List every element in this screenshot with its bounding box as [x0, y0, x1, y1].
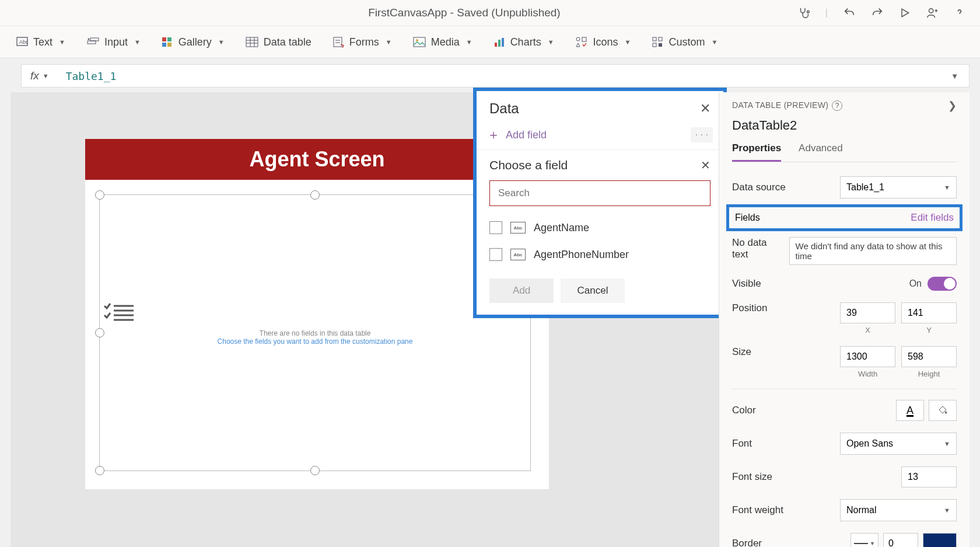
empty-text-link[interactable]: Choose the fields you want to add from t… — [100, 337, 530, 346]
size-width-input[interactable] — [840, 346, 895, 367]
label-visible: Visible — [732, 278, 761, 290]
field-label: AgentPhoneNumber — [534, 249, 629, 261]
fill-color-button[interactable] — [929, 400, 957, 421]
svg-rect-7 — [162, 37, 166, 41]
ribbon-input[interactable]: Input▼ — [86, 36, 141, 48]
label-border: Border — [732, 538, 762, 547]
stethoscope-icon[interactable] — [797, 6, 810, 19]
svg-rect-10 — [167, 43, 172, 47]
field-list: Abc AgentName Abc AgentPhoneNumber — [477, 210, 723, 278]
svg-rect-5 — [90, 38, 99, 41]
search-input[interactable] — [498, 187, 702, 199]
position-y-input[interactable] — [901, 302, 957, 323]
edit-fields-link[interactable]: Edit fields — [911, 212, 954, 224]
text-icon: Abc — [16, 37, 28, 47]
resize-handle[interactable] — [310, 190, 320, 200]
search-field-box[interactable] — [489, 180, 710, 206]
cancel-button[interactable]: Cancel — [561, 278, 625, 303]
play-icon[interactable] — [899, 7, 911, 19]
add-field-button[interactable]: ＋ Add field — [487, 126, 547, 144]
position-x-input[interactable] — [840, 302, 895, 323]
tab-advanced[interactable]: Advanced — [799, 138, 843, 162]
svg-point-6 — [88, 39, 89, 40]
chevron-right-icon[interactable]: ❯ — [948, 99, 957, 112]
font-color-button[interactable]: A — [896, 400, 924, 421]
visible-on-label: On — [909, 278, 922, 289]
ribbon-gallery[interactable]: Gallery▼ — [162, 36, 225, 48]
ribbon-custom[interactable]: Custom▼ — [652, 36, 718, 48]
svg-rect-28 — [653, 43, 656, 47]
datasource-select[interactable]: Table1_1▼ — [840, 176, 957, 198]
formula-input[interactable]: Table1_1 — [58, 70, 940, 82]
svg-rect-11 — [246, 37, 258, 47]
expand-formula-icon[interactable]: ▼ — [940, 72, 969, 81]
formula-bar: fx▼ Table1_1 ▼ — [21, 64, 970, 88]
empty-text-1: There are no fields in this data table — [100, 329, 530, 337]
font-select[interactable]: Open Sans▼ — [840, 433, 957, 455]
close-choose-icon[interactable]: ✕ — [701, 158, 710, 172]
nodata-textbox[interactable]: We didn't find any data to show at this … — [789, 237, 957, 265]
help-icon[interactable] — [954, 6, 965, 20]
svg-rect-22 — [498, 40, 501, 47]
fx-button[interactable]: fx▼ — [22, 69, 58, 82]
ribbon-datatable[interactable]: Data table — [246, 36, 312, 48]
fontsize-input[interactable] — [901, 466, 957, 487]
fields-row-highlight: Fields Edit fields — [726, 204, 963, 231]
svg-rect-19 — [414, 37, 425, 47]
add-button[interactable]: Add — [489, 278, 554, 303]
label-font: Font — [732, 438, 752, 450]
undo-icon[interactable] — [843, 6, 856, 19]
resize-handle[interactable] — [95, 190, 104, 200]
tab-properties[interactable]: Properties — [732, 138, 781, 162]
text-type-icon: Abc — [510, 222, 526, 234]
svg-point-1 — [929, 9, 933, 13]
svg-rect-26 — [653, 37, 656, 41]
plus-icon: ＋ — [487, 126, 500, 144]
ribbon-charts[interactable]: Charts▼ — [494, 36, 554, 48]
redo-icon[interactable] — [871, 6, 884, 19]
svg-text:Abc: Abc — [19, 39, 28, 45]
more-options-icon[interactable]: · · · — [691, 127, 713, 142]
custom-icon — [652, 36, 663, 48]
label-fontweight: Font weight — [732, 504, 783, 516]
ribbon-media[interactable]: Media▼ — [413, 36, 473, 48]
datatable-control[interactable]: There are no fields in this data table C… — [99, 194, 531, 471]
data-pane-title: Data — [489, 100, 519, 117]
svg-rect-16 — [334, 37, 342, 47]
resize-handle[interactable] — [95, 466, 104, 475]
border-color-button[interactable] — [923, 533, 957, 547]
choose-field-title: Choose a field — [489, 158, 568, 172]
label-position: Position — [732, 302, 767, 314]
input-icon — [86, 37, 99, 47]
close-data-pane-icon[interactable]: ✕ — [700, 101, 710, 116]
border-style-button[interactable]: ▼ — [850, 533, 878, 547]
resize-handle[interactable] — [310, 466, 320, 475]
ribbon-forms[interactable]: Forms▼ — [332, 36, 392, 48]
share-icon[interactable] — [926, 6, 939, 19]
fontweight-select[interactable]: Normal▼ — [840, 499, 957, 521]
svg-rect-25 — [582, 37, 586, 41]
size-height-input[interactable] — [901, 346, 957, 367]
svg-rect-8 — [167, 37, 172, 41]
properties-tabs: Properties Advanced — [732, 138, 957, 162]
field-item[interactable]: Abc AgentName — [489, 214, 710, 241]
label-fields: Fields — [735, 212, 760, 223]
label-datasource: Data source — [732, 182, 786, 193]
empty-state: There are no fields in this data table C… — [100, 300, 530, 346]
help-icon[interactable]: ? — [832, 100, 842, 111]
visible-toggle[interactable] — [928, 277, 957, 291]
svg-rect-4 — [88, 41, 96, 44]
forms-icon — [332, 36, 344, 48]
field-item[interactable]: Abc AgentPhoneNumber — [489, 241, 710, 268]
app-title: FirstCanvasApp - Saved (Unpublished) — [131, 6, 797, 19]
data-pane: Data ✕ ＋ Add field · · · Choose a field … — [473, 88, 727, 318]
checkbox[interactable] — [489, 221, 502, 234]
ribbon-icons[interactable]: Icons▼ — [575, 36, 631, 48]
icons-icon — [575, 36, 588, 48]
gallery-icon — [162, 37, 173, 47]
checkbox[interactable] — [489, 248, 502, 261]
label-color: Color — [732, 405, 756, 416]
ribbon-text[interactable]: Abc Text▼ — [16, 36, 65, 48]
border-width-input[interactable] — [883, 533, 918, 547]
charts-icon — [494, 37, 505, 47]
